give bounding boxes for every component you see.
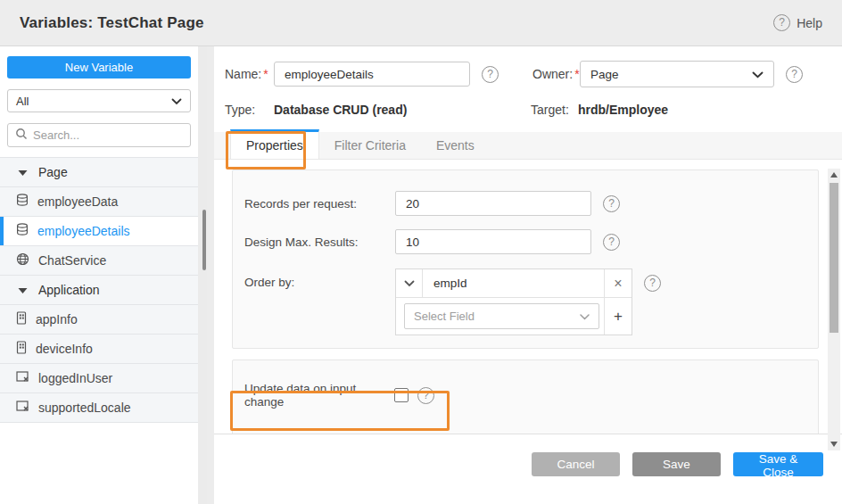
owner-select[interactable]: Page: [580, 61, 774, 87]
device-icon: [16, 341, 27, 357]
database-icon: [16, 223, 29, 239]
chevron-down-icon: [171, 95, 182, 108]
owner-value: Page: [590, 68, 619, 81]
variable-editor: Name:* ? Owner:* Page ? Type: Database C…: [214, 46, 842, 504]
sidebar-scrollbar[interactable]: [198, 46, 207, 504]
target-value: hrdb/Employee: [578, 103, 668, 117]
design-max-results-field[interactable]: [395, 229, 591, 254]
sidebar-item-label: employeeData: [37, 194, 118, 209]
page-title: Variables: TestChat Page: [20, 14, 204, 32]
new-variable-button[interactable]: New Variable: [7, 56, 191, 78]
scroll-down-arrow-icon[interactable]: [830, 442, 838, 447]
service-globe-icon: [16, 252, 29, 269]
variable-filter-value: All: [16, 95, 29, 108]
help-icon: ?: [773, 14, 790, 31]
sidebar-item-employeeDetails[interactable]: employeeDetails: [0, 217, 198, 246]
sidebar-item-ChatService[interactable]: ChatService: [0, 246, 198, 276]
tab-filter-criteria[interactable]: Filter Criteria: [319, 132, 421, 159]
sidebar-group-page[interactable]: Page: [0, 158, 198, 187]
content-scrollbar-thumb[interactable]: [830, 183, 838, 333]
design-max-results-label: Design Max. Results:: [244, 235, 395, 249]
sidebar-divider: [207, 46, 214, 504]
required-asterisk: *: [263, 67, 268, 81]
chevron-down-icon: [580, 310, 590, 323]
model-variable-icon: [16, 401, 29, 416]
sidebar-scrollbar-thumb[interactable]: [202, 210, 206, 270]
sidebar-item-employeeData[interactable]: employeeData: [0, 187, 198, 217]
database-icon: [16, 194, 29, 210]
required-asterisk: *: [574, 67, 579, 81]
scroll-up-arrow-icon[interactable]: [830, 172, 838, 178]
order-by-help-icon[interactable]: ?: [644, 275, 661, 292]
help-label: Help: [797, 16, 822, 30]
sidebar-group-label: Application: [38, 283, 100, 297]
target-label: Target:: [531, 103, 578, 117]
type-value: Database CRUD (read): [274, 103, 531, 117]
sidebar-item-label: loggedInUser: [38, 371, 112, 385]
variables-sidebar: New Variable All Page: [0, 46, 207, 504]
sidebar-item-appInfo[interactable]: appInfo: [0, 305, 198, 335]
variables-dialog: Variables: TestChat Page ? Help New Vari…: [0, 0, 842, 504]
owner-help-icon[interactable]: ?: [786, 66, 803, 83]
name-label: Name:*: [225, 67, 274, 81]
chevron-down-icon: [752, 68, 764, 81]
tab-properties[interactable]: Properties: [230, 129, 319, 159]
dialog-footer: Cancel Save Save & Close: [214, 434, 842, 494]
cancel-button[interactable]: Cancel: [532, 452, 620, 476]
order-by-add-button[interactable]: +: [604, 298, 632, 335]
variable-list: Page employeeData employeeDetails ChatSe…: [0, 157, 198, 423]
design-max-results-help-icon[interactable]: ?: [603, 234, 620, 251]
sidebar-item-label: ChatService: [38, 253, 106, 268]
save-button[interactable]: Save: [632, 452, 721, 476]
sidebar-group-application[interactable]: Application: [0, 276, 198, 305]
help-button[interactable]: ? Help: [773, 14, 822, 31]
sidebar-item-supportedLocale[interactable]: supportedLocale: [0, 393, 198, 423]
records-per-request-help-icon[interactable]: ?: [603, 195, 620, 212]
sidebar-item-label: appInfo: [36, 312, 78, 326]
collapse-arrow-icon: [18, 165, 28, 179]
order-by-label: Order by:: [244, 276, 395, 289]
type-label: Type:: [225, 103, 274, 117]
sidebar-item-label: supportedLocale: [38, 401, 131, 415]
dialog-header: Variables: TestChat Page ? Help: [0, 0, 842, 46]
load-behavior-panel: Update data on input change ? Request da…: [232, 359, 819, 434]
owner-label: Owner:*: [532, 67, 580, 81]
records-per-request-label: Records per request:: [244, 197, 395, 211]
order-by-widget: empId × Select Field: [395, 269, 632, 335]
request-on-load-help-icon[interactable]: ?: [417, 434, 434, 435]
editor-tabbar: Properties Filter Criteria Events: [214, 132, 842, 160]
sidebar-item-label: deviceInfo: [36, 342, 93, 356]
model-variable-icon: [16, 371, 29, 386]
update-on-input-help-icon[interactable]: ?: [417, 387, 434, 404]
save-and-close-button[interactable]: Save & Close: [733, 452, 823, 476]
collapse-arrow-icon: [18, 283, 28, 297]
select-field-placeholder: Select Field: [414, 310, 475, 323]
order-by-expand-button[interactable]: [396, 269, 423, 297]
update-on-input-label: Update data on input change: [244, 382, 394, 409]
records-per-request-field[interactable]: [395, 191, 591, 216]
search-icon: [15, 128, 28, 144]
select-field-dropdown[interactable]: Select Field: [404, 303, 599, 329]
sidebar-item-loggedInUser[interactable]: loggedInUser: [0, 364, 198, 393]
sidebar-group-label: Page: [38, 165, 68, 179]
variable-filter-select[interactable]: All: [7, 89, 191, 112]
search-input[interactable]: [33, 128, 183, 142]
tab-events[interactable]: Events: [421, 132, 490, 159]
order-by-value: empId: [423, 269, 604, 297]
variable-search: [7, 123, 191, 147]
device-icon: [16, 311, 27, 327]
name-field[interactable]: [274, 62, 470, 87]
order-by-remove-button[interactable]: ×: [604, 269, 632, 297]
sidebar-item-label: employeeDetails: [37, 224, 130, 238]
properties-content: Records per request: ? Design Max. Resul…: [214, 160, 842, 434]
content-scrollbar[interactable]: [828, 169, 840, 450]
name-help-icon[interactable]: ?: [482, 66, 499, 83]
sidebar-item-deviceInfo[interactable]: deviceInfo: [0, 335, 198, 364]
variable-summary-form: Name:* ? Owner:* Page ? Type: Database C…: [214, 46, 842, 117]
update-on-input-checkbox[interactable]: [394, 388, 409, 402]
data-settings-panel: Records per request: ? Design Max. Resul…: [232, 169, 819, 349]
